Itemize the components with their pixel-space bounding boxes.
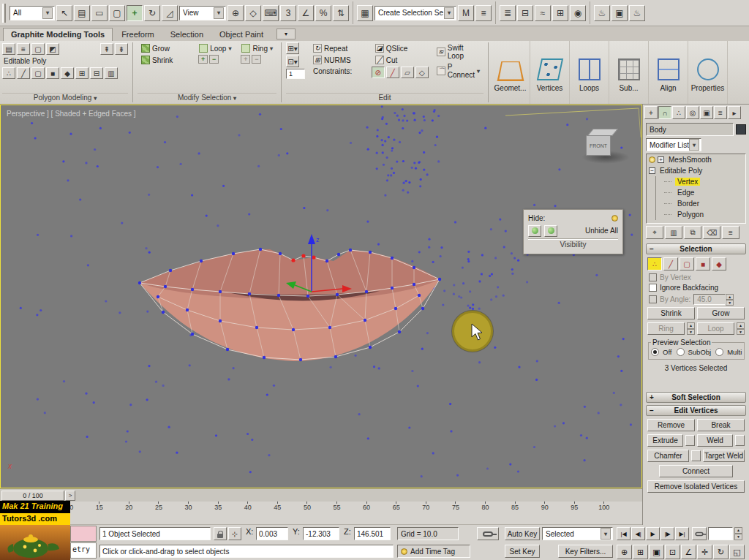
preview-off-radio[interactable]	[651, 348, 659, 356]
timeline-tick[interactable]: 15	[92, 502, 107, 514]
timeline-tick[interactable]: 20	[121, 502, 136, 514]
timeline-tick[interactable]: 75	[448, 502, 463, 514]
use-pivot-center-icon[interactable]: ⊕	[227, 5, 244, 21]
timeline-tick[interactable]: 40	[241, 502, 255, 514]
ring-shrink-button[interactable]: −	[252, 55, 261, 64]
viewcube-front-face[interactable]: FRONT	[586, 135, 611, 156]
play-button[interactable]: ▶	[646, 527, 660, 540]
track-bar[interactable]: 0 5 10 15 20 25 30 35 40 45 50 55 60 65 …	[3, 502, 611, 514]
remove-isolated-vertices-button[interactable]: Remove Isolated Vertices	[647, 480, 745, 493]
mirror-icon[interactable]: M	[458, 5, 474, 21]
render-production-icon[interactable]: ♨	[629, 5, 645, 21]
viewport[interactable]: z Perspective ] [ Shaded + Edged Faces ]…	[0, 105, 642, 488]
utilities-tab-icon[interactable]: ≡	[714, 106, 727, 119]
collapse-tree-icon[interactable]: −	[649, 167, 655, 174]
next-subobject-icon[interactable]: ⊟	[90, 67, 103, 79]
time-slider[interactable]: 0 / 100 >	[0, 488, 642, 502]
p-connect-button[interactable]: ⌒P Connect▾	[433, 61, 483, 80]
hide-selected-icon[interactable]	[528, 225, 541, 237]
ribbon-minimize-button[interactable]: ▾	[276, 29, 296, 39]
nurms-button[interactable]: ⊞NURMS	[309, 54, 355, 66]
expand-icon[interactable]: +	[658, 156, 664, 163]
z-coordinate-field[interactable]: 146.501	[354, 527, 391, 540]
vertices-button[interactable]: Vertices	[530, 41, 570, 104]
select-and-manipulate-icon[interactable]: ◇	[245, 5, 261, 21]
select-and-rotate-icon[interactable]: ↻	[144, 5, 160, 21]
snap-toggle-icon[interactable]: 3	[280, 5, 296, 21]
panel-overflow-icon[interactable]: ▸	[728, 106, 741, 119]
prev-subobject-icon[interactable]: ⊞	[75, 67, 89, 79]
bulb-icon[interactable]	[611, 215, 618, 222]
edit-vertices-rollout-header[interactable]: −Edit Vertices	[646, 405, 746, 416]
selection-filter-dropdown[interactable]: All▾	[10, 6, 55, 20]
y-coordinate-field[interactable]: -12.303	[303, 527, 339, 540]
shrink-button[interactable]: Shrink	[138, 54, 176, 66]
tab-graphite-modeling-tools[interactable]: Graphite Modeling Tools	[3, 28, 113, 41]
paint-options-icon[interactable]: ⊡▾	[286, 56, 299, 67]
stack-item-border[interactable]: Border	[647, 198, 745, 209]
preserve-uvs-icon[interactable]: ▤	[2, 43, 15, 55]
pivot-icon[interactable]: ▢	[31, 43, 45, 55]
set-key-button[interactable]: Set Key	[505, 545, 540, 558]
zoom-icon[interactable]: ⊕	[617, 545, 632, 559]
timeline-tick[interactable]: 80	[478, 502, 493, 514]
modify-selection-footer[interactable]: Modify Selection ▾	[138, 93, 276, 104]
element-subobject-icon[interactable]: ◆	[712, 257, 726, 270]
edge-mode-icon[interactable]: ╱	[17, 67, 30, 79]
ring-button[interactable]: Ring▾	[238, 42, 276, 54]
zoom-extents-all-icon[interactable]: ⊡	[665, 545, 680, 559]
selection-lock-icon[interactable]	[214, 527, 227, 540]
connect-button[interactable]: Connect	[659, 465, 733, 477]
spinner-snap-icon[interactable]: ⇅	[333, 5, 349, 21]
current-time-field[interactable]	[708, 527, 733, 540]
shrink-selection-button[interactable]: Shrink	[647, 307, 695, 319]
go-to-end-button[interactable]: ▶|	[675, 527, 689, 540]
align-icon[interactable]: ≡	[475, 5, 492, 21]
timeline-tick[interactable]: 25	[151, 502, 166, 514]
timeline-tick[interactable]: 70	[418, 502, 433, 514]
loops-button[interactable]: Loops	[570, 41, 609, 104]
loop-selection-button[interactable]: Loop	[697, 322, 734, 335]
object-color-swatch[interactable]	[736, 124, 746, 135]
material-editor-icon[interactable]: ◉	[570, 5, 586, 21]
tab-selection[interactable]: Selection	[163, 29, 211, 41]
vertex-mode-icon[interactable]: ∴	[2, 67, 15, 79]
subobjects-button[interactable]: Sub...	[609, 41, 649, 104]
border-mode-icon[interactable]: ▢	[31, 67, 45, 79]
stack-item-meshsmooth[interactable]: + MeshSmooth	[647, 154, 745, 165]
ring-grow-button[interactable]: +	[241, 55, 250, 64]
field-of-view-icon[interactable]: ∠	[681, 545, 696, 559]
render-setup-icon[interactable]: ♨	[594, 5, 610, 21]
preview-subobj-radio[interactable]	[677, 348, 685, 356]
tab-freeform[interactable]: Freeform	[114, 29, 162, 41]
collapse-icon[interactable]: ◩	[46, 43, 59, 55]
timeline-tick[interactable]: 50	[300, 502, 315, 514]
break-button[interactable]: Break	[697, 419, 745, 431]
geometry-all-button[interactable]: Geomet...	[491, 41, 530, 104]
preview-multi-radio[interactable]	[715, 348, 723, 356]
timeline-tick[interactable]: 90	[538, 502, 552, 514]
polygon-mode-icon[interactable]: ■	[46, 67, 59, 79]
border-subobject-icon[interactable]: ▢	[680, 257, 694, 270]
element-mode-icon[interactable]: ◆	[61, 67, 74, 79]
time-tag-key-icon[interactable]	[477, 527, 499, 540]
tweak-icon[interactable]: ≡	[17, 43, 30, 55]
unhide-all-button[interactable]: Unhide All	[585, 227, 618, 235]
timeline-tick[interactable]: 45	[270, 502, 285, 514]
timeline-tick[interactable]: 30	[181, 502, 196, 514]
named-selection-sets-dropdown[interactable]: Create Selection Se▾	[374, 6, 456, 20]
maximize-viewport-icon[interactable]: ◱	[729, 545, 745, 559]
timeline-tick[interactable]: 95	[567, 502, 581, 514]
extrude-button[interactable]: Extrude	[647, 434, 683, 447]
constraint-none-icon[interactable]: ⊘	[372, 67, 385, 78]
reference-coordinate-dropdown[interactable]: View▾	[179, 6, 226, 20]
toolbar-grip[interactable]	[2, 4, 6, 23]
timeline-tick[interactable]: 65	[389, 502, 404, 514]
stack-item-vertex[interactable]: Vertex	[647, 176, 745, 187]
percent-snap-icon[interactable]: %	[315, 5, 331, 21]
add-time-tag-field[interactable]: Add Time Tag	[397, 545, 470, 558]
rectangular-selection-region-icon[interactable]: ▭	[91, 5, 108, 21]
pan-icon[interactable]: ✛	[697, 545, 712, 559]
edge-subobject-icon[interactable]: ╱	[663, 257, 678, 270]
soft-selection-rollout-header[interactable]: +Soft Selection	[646, 392, 746, 403]
